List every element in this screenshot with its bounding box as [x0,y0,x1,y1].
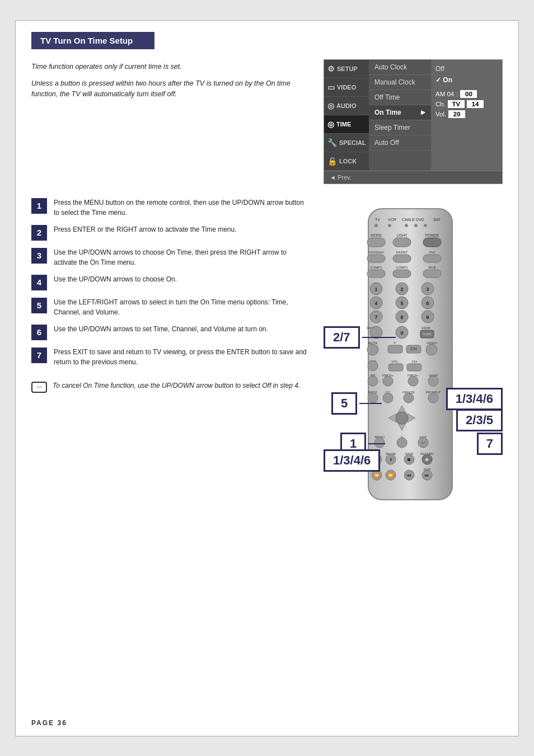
note-icon: ○○ [31,382,47,393]
vol-num[interactable]: 20 [448,110,465,118]
svg-point-5 [374,224,378,227]
menu-on-time[interactable]: On Time ▶ [369,105,431,120]
steps-section: 1 Press the MENU button on the remote co… [31,198,503,547]
step-1-row: 1 Press the MENU button on the remote co… [31,198,310,218]
svg-point-72 [383,376,393,386]
sidebar-time[interactable]: ◎ TIME [324,115,369,134]
lock-icon: 🔒 [327,157,337,166]
step-2-num: 2 [31,225,47,241]
page-footer: PAGE 36 [31,719,67,727]
svg-point-6 [388,224,391,227]
step-7-text: Press EXIT to save and return to TV view… [54,347,310,367]
svg-text:9: 9 [426,314,429,320]
intro-line1: Time function operates only if current t… [31,62,310,72]
sidebar-lock[interactable]: 🔒 LOCK [324,152,369,171]
step-5-num: 5 [31,298,47,313]
video-icon: ▭ [327,83,335,92]
menu-main: Auto Clock Manual Clock Off Time On Time… [369,60,431,171]
option-off[interactable]: Off [435,63,498,74]
step-3-text: Use the UP/DOWN arrows to choose On Time… [54,247,310,267]
step-1-num: 1 [31,198,47,214]
audio-icon: ◎ [327,101,334,110]
svg-text:LIGHT: LIGHT [396,233,407,237]
svg-point-8 [414,224,418,227]
vol-label: Vol. [435,111,446,118]
svg-text:CH: CH [410,346,417,351]
ch-type[interactable]: TV [448,100,465,108]
step-5-text: Use the LEFT/RIGHT arrows to select in t… [54,297,310,317]
svg-text:COMP2: COMP2 [396,266,408,269]
svg-text:MODE: MODE [371,233,382,237]
svg-text:COMP1: COMP1 [370,266,382,269]
svg-point-74 [428,376,438,386]
callout-27-group: 2/7 [324,326,396,349]
step-1-text: Press the MENU button on the remote cont… [54,198,310,218]
svg-rect-26 [393,270,411,278]
svg-text:POWER: POWER [425,233,439,237]
option-on[interactable]: ✓ On [435,74,498,86]
sidebar-audio[interactable]: ◎ AUDIO [324,97,369,115]
svg-point-7 [405,224,408,227]
callout-7: 7 [477,433,503,455]
sidebar-special[interactable]: 🔧 SPECIAL [324,134,369,152]
svg-rect-15 [423,238,441,247]
svg-rect-20 [393,255,411,262]
special-icon: 🔧 [327,138,337,147]
svg-point-62 [368,361,378,371]
step-4-text: Use the UP/DOWN arrows to choose On. [54,274,177,284]
note-text: To cancel On Time function, use the UP/D… [53,381,300,391]
svg-rect-14 [393,238,411,247]
time-icon: ◎ [327,120,334,129]
svg-text:DVI: DVI [429,251,435,254]
callout-1346-right-group: 1/3/4/6 [446,388,503,410]
step-3-num: 3 [31,248,47,264]
menu-sleep-timer[interactable]: Sleep Timer [369,120,431,135]
tv-menu: ⚙ SETUP ▭ VIDEO ◎ AUDIO ◎ TIME [324,59,503,184]
svg-point-73 [408,376,418,386]
svg-text:VCR: VCR [388,218,396,222]
callout-1346-bottom: 1/3/4/6 [324,449,380,472]
note-section: ○○ To cancel On Time function, use the U… [31,381,310,393]
svg-text:5: 5 [400,300,403,306]
callout-5: 5 [331,392,357,415]
step-7-row: 7 Press EXIT to save and return to TV vi… [31,347,310,367]
callout-1346-right: 1/3/4/6 [446,388,503,410]
svg-text:2: 2 [400,287,403,292]
svg-text:SURF: SURF [423,332,432,336]
svg-text:1: 1 [374,287,377,292]
svg-text:↩: ↩ [421,440,425,445]
time-minutes[interactable]: 00 [460,90,477,98]
svg-point-71 [368,376,378,386]
sidebar-setup[interactable]: ⚙ SETUP [324,60,369,78]
svg-point-87 [396,412,408,424]
svg-text:CH-: CH- [412,360,418,363]
time-settings: AM 04 : 00 Ch. TV 14 Vol. 20 [435,90,498,120]
callout-1346-group: 1/3/4/6 [324,449,380,472]
ch-num[interactable]: 14 [467,100,484,108]
svg-point-80 [383,393,393,403]
menu-auto-off[interactable]: Auto Off [369,135,431,151]
menu-off-time[interactable]: Off Time [369,90,431,105]
svg-text:⏭: ⏭ [425,473,429,478]
svg-text:TV/VIDEO: TV/VIDEO [368,251,384,254]
menu-prev[interactable]: ◄ Prev. [324,171,502,184]
callout-235: 2/3/5 [456,409,503,431]
svg-text:8: 8 [400,314,403,320]
step-2-text: Press ENTER or the RIGHT arrow to activa… [54,224,237,234]
menu-manual-clock[interactable]: Manual Clock [369,75,431,90]
svg-text:RGB: RGB [428,266,435,269]
ch-label: Ch. [435,101,446,107]
callout-235-group: 2/3/5 [456,409,503,431]
step-4-row: 4 Use the UP/DOWN arrows to choose On. [31,274,310,290]
remote-diagram: TV VCR CABLE DVD SAT MODE LIGHT POWER [324,198,497,544]
time-row: AM 04 : 00 [435,90,498,98]
time-colon: : [456,91,458,97]
step-7-num: 7 [31,348,47,363]
svg-text:⏮: ⏮ [407,473,411,478]
svg-text:⏪: ⏪ [374,472,380,478]
svg-text:FRONT: FRONT [396,251,408,254]
sidebar-video[interactable]: ▭ VIDEO [324,78,369,97]
menu-submenu: Off ✓ On AM 04 : 00 Ch. TV 14 [431,60,502,171]
svg-text:4: 4 [374,300,377,306]
menu-auto-clock[interactable]: Auto Clock [369,60,431,75]
